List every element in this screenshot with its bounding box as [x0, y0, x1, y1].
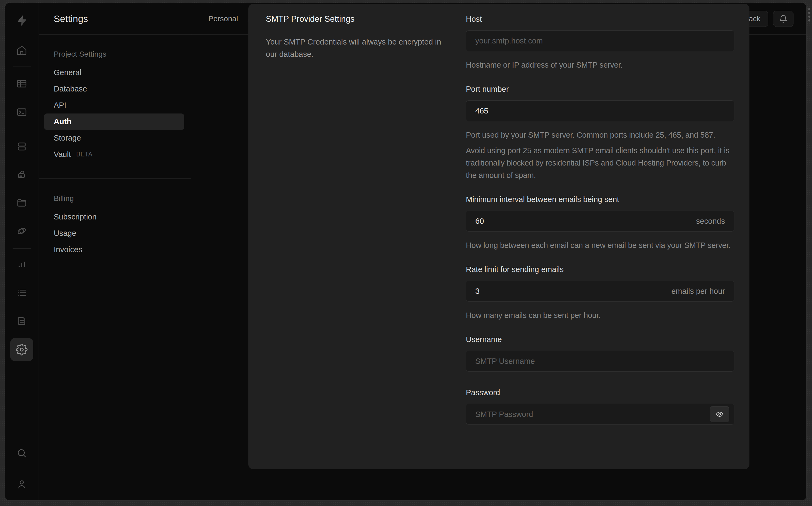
password-field-group: Password [466, 388, 734, 425]
interval-input[interactable] [475, 217, 696, 226]
eye-icon [716, 410, 724, 418]
notifications-bell-button[interactable] [773, 11, 794, 27]
password-input-wrap [466, 404, 734, 425]
rate-input[interactable] [475, 287, 671, 296]
smtp-settings-panel: SMTP Provider Settings Your SMTP Credent… [248, 4, 749, 469]
smtp-section-title: SMTP Provider Settings [266, 14, 454, 24]
sidebar-item-api[interactable]: API [44, 97, 184, 113]
smtp-form: Host Hostname or IP address of your SMTP… [466, 14, 734, 425]
rate-field-group: Rate limit for sending emails emails per… [466, 264, 734, 321]
port-input[interactable] [475, 106, 725, 115]
rate-helper: How many emails can be sent per hour. [466, 309, 734, 321]
username-input-wrap [466, 351, 734, 371]
sidebar-item-database[interactable]: Database [44, 81, 184, 97]
breadcrumb-org[interactable]: Personal [208, 14, 238, 23]
port-warning: Avoid using port 25 as modern SMTP email… [466, 144, 734, 181]
port-label: Port number [466, 84, 734, 94]
interval-helper: How long between each email can a new em… [466, 239, 734, 251]
sidebar-item-vault[interactable]: Vault BETA [44, 146, 184, 163]
authentication-lock-icon[interactable] [5, 169, 39, 180]
host-field-group: Host Hostname or IP address of your SMTP… [466, 14, 734, 71]
storage-folder-icon[interactable] [5, 197, 39, 208]
account-user-icon[interactable] [5, 479, 39, 490]
icon-rail [5, 3, 39, 500]
sidebar-divider [39, 178, 191, 179]
sidebar-item-subscription[interactable]: Subscription [44, 209, 184, 225]
interval-field-group: Minimum interval between emails being se… [466, 194, 734, 251]
port-field-group: Port number Port used by your SMTP serve… [466, 84, 734, 181]
rate-input-wrap: emails per hour [466, 281, 734, 302]
password-label: Password [466, 388, 734, 397]
host-label: Host [466, 14, 734, 24]
section-heading-project-settings: Project Settings [44, 50, 184, 59]
sidebar-item-usage[interactable]: Usage [44, 225, 184, 242]
sql-editor-icon[interactable] [5, 106, 39, 118]
api-docs-file-icon[interactable] [5, 315, 39, 327]
section-heading-billing: Billing [44, 194, 184, 203]
sidebar-item-storage[interactable]: Storage [44, 130, 184, 146]
reveal-password-button[interactable] [710, 406, 729, 422]
rail-divider [13, 248, 31, 249]
app-window: Settings Project Settings General Databa… [5, 3, 807, 501]
interval-input-wrap: seconds [466, 210, 734, 232]
sidebar-item-auth[interactable]: Auth [44, 113, 184, 130]
rail-divider [13, 130, 31, 130]
sidebar-item-invoices[interactable]: Invoices [44, 242, 184, 258]
host-helper: Hostname or IP address of your SMTP serv… [466, 59, 734, 71]
search-icon[interactable] [5, 447, 39, 459]
project-settings-gear-icon[interactable] [10, 338, 33, 361]
table-editor-icon[interactable] [5, 78, 39, 89]
interval-label: Minimum interval between emails being se… [466, 194, 734, 204]
database-icon[interactable] [5, 141, 39, 152]
home-icon[interactable] [5, 45, 39, 56]
host-input-wrap [466, 30, 734, 51]
rate-unit: emails per hour [671, 287, 725, 296]
smtp-section-description: Your SMTP Credentials will always be enc… [266, 36, 454, 60]
reports-chart-icon[interactable] [5, 259, 39, 270]
username-label: Username [466, 335, 734, 344]
settings-sidebar: Settings Project Settings General Databa… [39, 3, 191, 500]
port-helper: Port used by your SMTP server. Common po… [466, 129, 734, 141]
host-input[interactable] [475, 36, 725, 45]
content-area: Personal / acme Help Feedback [191, 3, 806, 500]
edge-functions-icon[interactable] [5, 225, 39, 237]
bell-icon [779, 14, 788, 23]
sidebar-item-general[interactable]: General [44, 64, 184, 81]
interval-unit: seconds [696, 217, 725, 226]
supabase-logo[interactable] [5, 15, 39, 26]
port-input-wrap [466, 100, 734, 121]
password-input[interactable] [475, 410, 706, 419]
rate-label: Rate limit for sending emails [466, 264, 734, 274]
logs-list-icon[interactable] [5, 287, 39, 298]
rail-divider [13, 67, 31, 67]
sidebar-title: Settings [39, 3, 191, 34]
username-field-group: Username [466, 335, 734, 371]
username-input[interactable] [475, 357, 725, 366]
scrollbar-dots [808, 8, 811, 23]
beta-badge: BETA [76, 151, 92, 158]
